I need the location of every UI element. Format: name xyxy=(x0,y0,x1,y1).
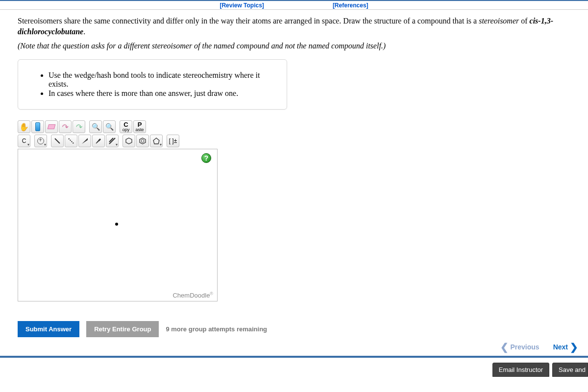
svg-marker-9 xyxy=(153,138,159,144)
redo-icon: ↷ xyxy=(76,122,82,132)
dotted-icon xyxy=(68,138,74,144)
cyclohexane-tool[interactable] xyxy=(122,135,135,147)
marker-tool[interactable] xyxy=(31,120,44,133)
svg-point-8 xyxy=(141,139,144,142)
toolbar-row-2: C xyxy=(18,135,219,147)
eraser-tool[interactable] xyxy=(45,120,58,133)
chevron-right-icon: ❯ xyxy=(570,342,578,352)
hint-item: Use the wedge/hash bond tools to indicat… xyxy=(49,71,273,89)
next-label: Next xyxy=(553,343,568,351)
question-part-3: . xyxy=(83,27,85,36)
hash-bond-tool[interactable] xyxy=(92,135,105,147)
paste-label-small: aste xyxy=(135,128,144,132)
hint-box: Use the wedge/hash bond tools to indicat… xyxy=(18,59,287,110)
undo-icon: ↶ xyxy=(62,122,69,132)
svg-marker-0 xyxy=(82,138,88,144)
attempts-remaining: 9 more group attempts remaining xyxy=(166,325,267,333)
toolbar-row-1: ✋ ↶ ↷ 🔍 🔍 C opy P aste xyxy=(18,120,219,133)
undo-button[interactable]: ↶ xyxy=(59,120,72,133)
benzene-icon xyxy=(139,137,147,145)
benzene-tool[interactable] xyxy=(136,135,149,147)
email-instructor-button[interactable]: Email Instructor xyxy=(492,363,549,377)
chem-sketcher: ✋ ↶ ↷ 🔍 🔍 C opy P aste xyxy=(18,120,219,301)
zoom-out-icon: 🔍 xyxy=(105,123,114,131)
chemdoodle-brand: ChemDoodle® xyxy=(172,291,213,299)
bracket-tool[interactable]: [ ]± xyxy=(167,135,179,147)
footer-bar: Email Instructor Save and xyxy=(0,356,588,377)
element-label: C xyxy=(22,138,26,144)
bracket-icon: [ ]± xyxy=(169,138,177,144)
element-picker[interactable]: C xyxy=(18,135,30,147)
canvas-atom-dot[interactable] xyxy=(115,223,118,226)
redo-button[interactable]: ↷ xyxy=(73,120,85,133)
zoom-in-icon: 🔍 xyxy=(92,123,100,131)
top-links-bar: [Review Topics] [References] xyxy=(0,0,588,10)
brand-text: ChemDoodle xyxy=(172,292,210,299)
hint-item: In cases where there is more than one an… xyxy=(49,89,273,98)
hand-icon: ✋ xyxy=(19,122,29,132)
drawing-canvas[interactable]: ? ChemDoodle® xyxy=(18,149,218,301)
marker-icon xyxy=(35,122,40,131)
chevron-left-icon: ❮ xyxy=(500,342,509,352)
plus-circle-icon xyxy=(37,138,44,144)
question-em-1: stereoisomer xyxy=(479,17,519,25)
single-bond-tool[interactable] xyxy=(51,135,64,147)
next-button[interactable]: Next ❯ xyxy=(553,342,578,352)
review-topics-link[interactable]: [Review Topics] xyxy=(220,2,264,9)
recessed-bond-tool[interactable] xyxy=(65,135,77,147)
zoom-out-button[interactable]: 🔍 xyxy=(103,120,116,133)
pentagon-icon xyxy=(152,137,160,145)
copy-label-small: opy xyxy=(122,128,130,132)
save-and-button[interactable]: Save and xyxy=(552,363,588,377)
copy-button[interactable]: C opy xyxy=(120,120,132,133)
submit-answer-button[interactable]: Submit Answer xyxy=(18,321,79,337)
zoom-in-button[interactable]: 🔍 xyxy=(89,120,102,133)
brand-mark: ® xyxy=(210,291,213,296)
question-text: Stereoisomers share the same connectivit… xyxy=(18,16,570,37)
references-link[interactable]: [References] xyxy=(333,2,368,9)
eraser-icon xyxy=(48,124,56,129)
svg-line-3 xyxy=(98,139,100,141)
previous-button[interactable]: ❮ Previous xyxy=(500,342,539,352)
svg-marker-6 xyxy=(126,138,132,144)
help-button[interactable]: ? xyxy=(201,153,211,163)
content-area: Stereoisomers share the same connectivit… xyxy=(0,10,588,337)
wedge-icon xyxy=(81,137,89,145)
question-part-2: of xyxy=(519,17,529,25)
ring-more-tool[interactable] xyxy=(150,135,163,147)
hand-tool[interactable]: ✋ xyxy=(18,120,30,133)
previous-label: Previous xyxy=(511,343,539,351)
hash-icon xyxy=(95,137,102,145)
svg-line-1 xyxy=(96,142,97,143)
question-part-1: Stereoisomers share the same connectivit… xyxy=(18,17,479,25)
paste-button[interactable]: P aste xyxy=(133,120,146,133)
nav-row: ❮ Previous Next ❯ xyxy=(0,337,588,356)
action-row: Submit Answer Retry Entire Group 9 more … xyxy=(18,321,570,337)
svg-marker-7 xyxy=(140,138,146,144)
line-icon xyxy=(54,138,60,144)
retry-group-button[interactable]: Retry Entire Group xyxy=(86,321,159,337)
double-hash-icon xyxy=(108,137,116,145)
wedge-bond-tool[interactable] xyxy=(78,135,91,147)
bond-more-tool[interactable] xyxy=(106,135,119,147)
question-note: (Note that the question asks for a diffe… xyxy=(18,42,570,50)
charge-tool[interactable] xyxy=(34,135,47,147)
hexagon-icon xyxy=(125,137,133,145)
svg-line-2 xyxy=(97,141,98,142)
